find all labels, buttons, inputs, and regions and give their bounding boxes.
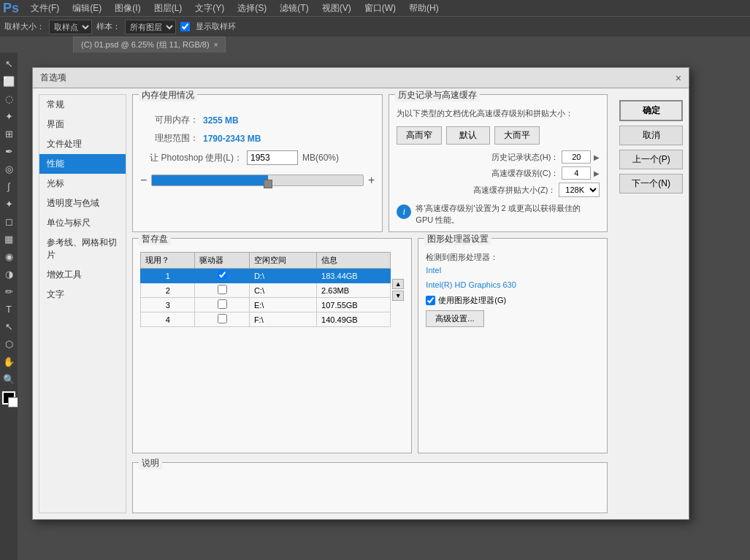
default-button[interactable]: 默认 [446, 126, 490, 145]
scratch-row-2-checkbox[interactable] [218, 285, 227, 294]
tool-spot-heal[interactable]: ◎ [1, 161, 17, 177]
tool-dodge[interactable]: ◑ [1, 266, 17, 282]
sidebar-item-plugins[interactable]: 增效工具 [39, 265, 126, 285]
tool-magic-wand[interactable]: ✦ [1, 108, 17, 124]
foreground-color[interactable] [2, 391, 15, 404]
menu-layer[interactable]: 图层(L) [148, 1, 188, 16]
show-ring-checkbox[interactable] [180, 22, 190, 31]
dialog-title: 首选项 [40, 72, 66, 84]
prev-button[interactable]: 上一个(P) [619, 150, 683, 169]
preferences-sidebar: 常规 界面 文件处理 性能 光标 透明度与色域 单位与标尺 参考线、网格和切片 … [39, 94, 126, 513]
sidebar-item-file-handling[interactable]: 文件处理 [39, 134, 126, 154]
scratch-row-1-space: 183.44GB [317, 269, 391, 283]
tool-eraser[interactable]: ◻ [1, 213, 17, 229]
slider-thumb[interactable] [264, 180, 272, 188]
sidebar-item-general[interactable]: 常规 [39, 95, 126, 115]
scratch-row-4-check[interactable] [195, 312, 249, 327]
history-panel-title: 历史记录与高速缓存 [395, 89, 480, 101]
confirm-button[interactable]: 确定 [619, 100, 683, 121]
scratch-row-3-drive: E:\ [249, 298, 316, 312]
next-button[interactable]: 下一个(N) [619, 174, 683, 193]
memory-slider-track[interactable] [151, 174, 364, 186]
sample-size-select[interactable]: 取样点 [49, 20, 92, 34]
sample-label: 样本： [96, 21, 120, 32]
slider-minus-icon[interactable]: − [140, 174, 147, 187]
scroll-down-button[interactable]: ▼ [392, 291, 404, 301]
tool-brush[interactable]: ∫ [1, 178, 17, 194]
ideal-label: 理想范围： [140, 132, 199, 145]
tab-close-button[interactable]: × [214, 41, 218, 49]
tool-eyedropper[interactable]: ✒ [1, 143, 17, 159]
gpu-advanced-button[interactable]: 高级设置... [426, 310, 483, 327]
cache-tile-label: 高速缓存拼贴大小(Z)： [397, 185, 556, 196]
scratch-panel-title: 暂存盘 [139, 233, 171, 245]
history-states-increment[interactable]: ▶ [594, 153, 600, 161]
scratch-row-1-checkbox[interactable] [218, 270, 227, 280]
info-icon: i [397, 204, 411, 219]
scratch-row-1-check[interactable] [195, 269, 249, 283]
tool-hand[interactable]: ✋ [1, 353, 17, 369]
sidebar-item-units[interactable]: 单位与标尺 [39, 213, 126, 233]
scroll-up-button[interactable]: ▲ [392, 279, 404, 289]
menu-filter[interactable]: 滤镜(T) [274, 1, 314, 16]
tools-panel: ↖ ⬜ ◌ ✦ ⊞ ✒ ◎ ∫ ✦ ◻ ▦ ◉ ◑ ✏ T ↖ ⬡ ✋ 🔍 [0, 53, 18, 560]
tool-crop[interactable]: ⊞ [1, 126, 17, 142]
menu-view[interactable]: 视图(V) [316, 1, 357, 16]
tool-pen[interactable]: ✏ [1, 283, 17, 299]
sidebar-item-transparency[interactable]: 透明度与色域 [39, 193, 126, 213]
main-canvas-area: 首选项 × 常规 界面 文件处理 性能 光标 透明度与色域 单位与标尺 参考线、… [18, 53, 750, 560]
tab-title: (C) 01.psd @ 6.25% (组 11, RGB/8) [81, 39, 210, 50]
history-cache-panel: 历史记录与高速缓存 为以下类型的文档优化高速缓存级别和拼贴大小： 高而窄 默认 … [389, 94, 608, 232]
scratch-row-4-checkbox[interactable] [218, 314, 227, 323]
desc-panel-title: 说明 [139, 457, 162, 469]
dialog-close-button[interactable]: × [676, 72, 681, 84]
sidebar-item-performance[interactable]: 性能 [39, 154, 126, 174]
tool-clone[interactable]: ✦ [1, 196, 17, 212]
scratch-row-1-num: 1 [141, 269, 195, 283]
menu-window[interactable]: 窗口(W) [359, 1, 402, 16]
tool-zoom[interactable]: 🔍 [1, 371, 17, 387]
scratch-row-3-check[interactable] [195, 298, 249, 312]
menu-help[interactable]: 帮助(H) [403, 1, 445, 16]
tool-shape[interactable]: ⬡ [1, 336, 17, 352]
scratch-row-1-drive: D:\ [249, 269, 316, 283]
sidebar-item-interface[interactable]: 界面 [39, 115, 126, 134]
tool-move[interactable]: ↖ [1, 55, 17, 72]
wide-flat-button[interactable]: 大而平 [494, 126, 540, 145]
slider-plus-icon[interactable]: + [368, 174, 375, 187]
cache-levels-input[interactable] [562, 166, 591, 180]
document-tab[interactable]: (C) 01.psd @ 6.25% (组 11, RGB/8) × [73, 37, 226, 53]
tab-bar: (C) 01.psd @ 6.25% (组 11, RGB/8) × [0, 37, 750, 53]
tool-marquee[interactable]: ⬜ [1, 73, 17, 89]
tool-type[interactable]: T [1, 301, 17, 317]
scratch-row-2: 2 C:\ 2.63MB [141, 283, 391, 298]
menu-text[interactable]: 文字(Y) [189, 1, 230, 16]
tool-path-select[interactable]: ↖ [1, 318, 17, 334]
tool-blur[interactable]: ◉ [1, 248, 17, 264]
cache-levels-increment[interactable]: ▶ [594, 169, 600, 177]
tall-narrow-button[interactable]: 高而窄 [397, 126, 442, 145]
sidebar-item-cursors[interactable]: 光标 [39, 174, 126, 193]
scratch-row-4-num: 4 [141, 312, 195, 327]
scratch-row-2-check[interactable] [195, 283, 249, 298]
tool-lasso[interactable]: ◌ [1, 91, 17, 107]
history-states-input[interactable] [562, 150, 591, 164]
menu-file[interactable]: 文件(F) [25, 1, 65, 16]
memory-use-input[interactable] [247, 150, 298, 165]
sidebar-item-guides[interactable]: 参考线、网格和切片 [39, 233, 126, 265]
memory-slider-row: − + [140, 174, 375, 187]
sample-layer-select[interactable]: 所有图层 [125, 20, 176, 34]
sidebar-item-type[interactable]: 文字 [39, 285, 126, 304]
scratch-row-3-checkbox[interactable] [218, 299, 227, 309]
cancel-button[interactable]: 取消 [619, 126, 683, 145]
tool-gradient[interactable]: ▦ [1, 231, 17, 247]
menu-image[interactable]: 图像(I) [109, 1, 146, 16]
use-gpu-checkbox[interactable] [426, 296, 435, 305]
menu-edit[interactable]: 编辑(E) [66, 1, 107, 16]
preferences-dialog: 首选项 × 常规 界面 文件处理 性能 光标 透明度与色域 单位与标尺 参考线、… [32, 67, 689, 520]
menu-select[interactable]: 选择(S) [231, 1, 272, 16]
menu-bar: Ps 文件(F) 编辑(E) 图像(I) 图层(L) 文字(Y) 选择(S) 滤… [0, 0, 750, 16]
gpu-panel-title: 图形处理器设置 [424, 233, 491, 245]
cache-tile-select[interactable]: 128K [559, 183, 600, 197]
preset-buttons-row: 高而窄 默认 大而平 [397, 126, 600, 145]
